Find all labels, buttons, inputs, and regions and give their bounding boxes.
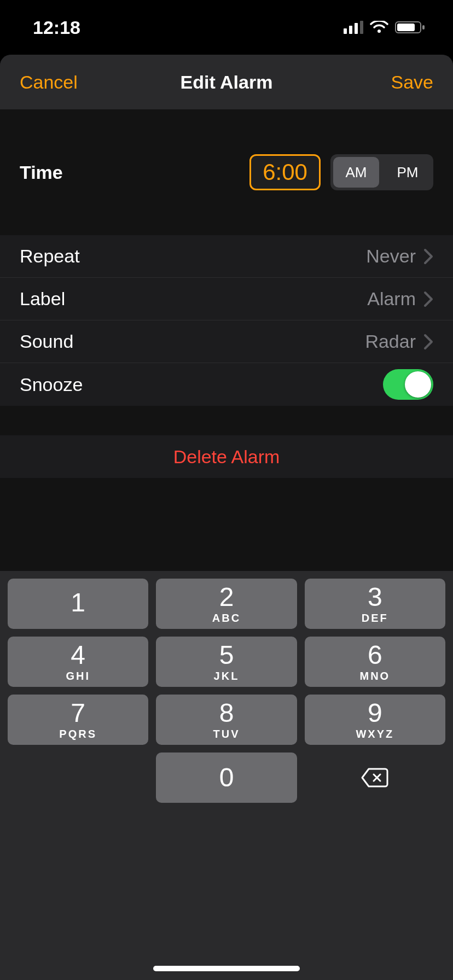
key-digit: 3 [368,584,382,610]
row-snooze: Snooze [0,363,453,406]
key-letters: WXYZ [356,728,394,739]
list-spacer [0,406,453,435]
key-letters: TUV [213,728,240,739]
chevron-right-icon [423,248,433,265]
row-repeat[interactable]: Repeat Never [0,235,453,278]
chevron-right-icon [423,334,433,350]
chevron-right-icon [423,291,433,307]
page-title: Edit Alarm [181,72,273,93]
cancel-label: Cancel [20,72,78,93]
key-4[interactable]: 4 GHI [8,637,148,687]
key-7[interactable]: 7 PQRS [8,695,148,745]
key-digit: 7 [71,700,85,726]
status-time: 12:18 [33,17,80,38]
key-digit: 9 [368,700,382,726]
key-letters: JKL [214,670,240,681]
toggle-knob [405,371,431,398]
sound-value: Radar [365,331,416,352]
nav-bar: Cancel Edit Alarm Save [0,55,453,109]
svg-rect-6 [422,25,425,30]
time-picker[interactable]: 6:00 [249,154,321,190]
svg-rect-5 [397,24,415,31]
row-label[interactable]: Label Alarm [0,278,453,320]
time-section: Time 6:00 AM PM [0,109,453,235]
edit-alarm-sheet: Cancel Edit Alarm Save Time 6:00 AM PM R… [0,55,453,980]
time-value: 6:00 [263,159,307,185]
settings-list: Repeat Never Label Alarm Sound Radar Sno… [0,235,453,406]
repeat-value: Never [366,246,416,267]
cancel-button[interactable]: Cancel [20,55,78,109]
ampm-am[interactable]: AM [333,157,379,188]
key-letters: DEF [362,612,388,623]
save-label: Save [391,72,434,93]
sound-label: Sound [20,331,365,352]
svg-rect-0 [344,28,347,34]
key-digit: 4 [71,642,85,668]
svg-rect-2 [355,23,358,34]
key-3[interactable]: 3 DEF [305,579,445,629]
key-9[interactable]: 9 WXYZ [305,695,445,745]
status-icons [344,21,426,34]
key-2[interactable]: 2 ABC [156,579,297,629]
key-blank [8,752,148,803]
key-8[interactable]: 8 TUV [156,695,297,745]
snooze-toggle[interactable] [383,369,433,400]
save-button[interactable]: Save [391,55,434,109]
key-letters: MNO [359,670,390,681]
key-letters: ABC [212,612,241,623]
key-5[interactable]: 5 JKL [156,637,297,687]
ampm-pm[interactable]: PM [385,157,431,188]
cellular-icon [344,21,363,34]
key-digit: 2 [219,584,234,610]
bottom-spacer [0,478,453,571]
key-digit: 0 [219,765,234,791]
backspace-icon [361,767,389,788]
key-1[interactable]: 1 [8,579,148,629]
key-letters: PQRS [59,728,97,739]
time-label: Time [20,162,249,183]
wifi-icon [370,21,388,34]
repeat-label: Repeat [20,246,366,267]
key-6[interactable]: 6 MNO [305,637,445,687]
key-0[interactable]: 0 [156,752,297,803]
key-digit: 6 [368,642,382,668]
row-sound[interactable]: Sound Radar [0,320,453,363]
ampm-am-label: AM [346,164,367,181]
status-bar: 12:18 [0,0,453,55]
key-backspace[interactable] [305,752,445,803]
delete-label: Delete Alarm [173,446,280,468]
ampm-pm-label: PM [397,164,419,181]
label-value: Alarm [367,288,416,310]
label-label: Label [20,288,367,310]
numeric-keypad: 1 2 ABC 3 DEF 4 GHI 5 JKL 6 MN [0,571,453,980]
key-digit: 5 [219,642,234,668]
key-digit: 1 [71,590,85,616]
ampm-segmented[interactable]: AM PM [330,154,433,190]
key-digit: 8 [219,700,234,726]
svg-rect-1 [349,26,352,34]
battery-icon [395,21,426,34]
svg-rect-3 [360,21,363,34]
key-letters: GHI [66,670,90,681]
home-indicator[interactable] [153,966,300,971]
delete-alarm-button[interactable]: Delete Alarm [0,435,453,478]
snooze-label: Snooze [20,374,383,395]
